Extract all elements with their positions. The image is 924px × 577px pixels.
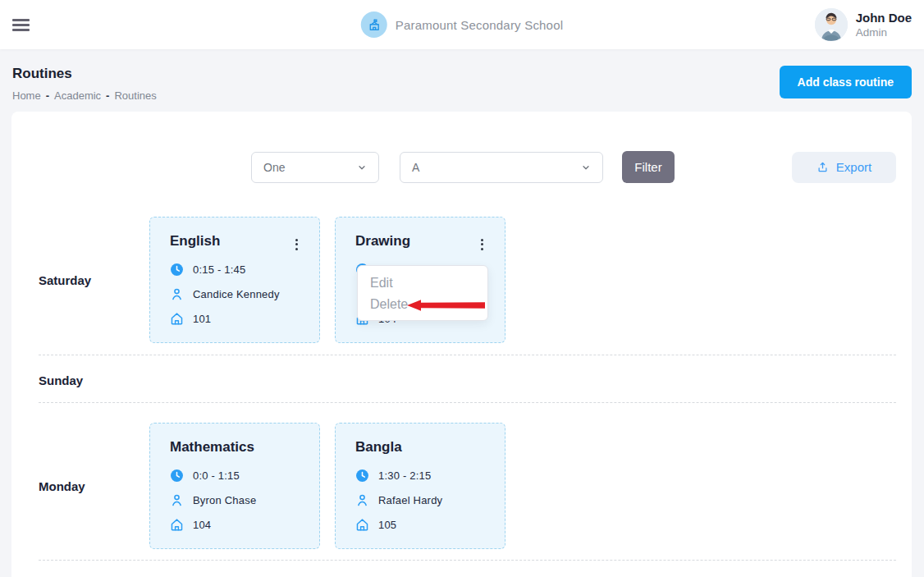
class-room-row: 105 <box>355 518 487 532</box>
person-icon <box>355 493 369 507</box>
section-select-value: A <box>412 161 419 174</box>
red-arrow-annotation <box>407 299 485 312</box>
class-select[interactable]: One <box>251 152 379 183</box>
day-row: Saturday English 0:15 - 1:45 Candice Ken… <box>39 183 896 355</box>
breadcrumb-separator: - <box>106 89 109 102</box>
class-room-row: 104 <box>170 518 301 532</box>
clock-icon <box>355 469 369 483</box>
class-subject: Drawing <box>355 233 410 250</box>
day-label: Saturday <box>39 273 149 287</box>
breadcrumb-home[interactable]: Home <box>12 89 41 102</box>
user-role: Admin <box>856 25 912 39</box>
breadcrumb-routines: Routines <box>114 89 156 102</box>
user-menu[interactable]: John Doe Admin <box>815 8 912 41</box>
day-label: Sunday <box>39 373 149 387</box>
breadcrumb: Home-Academic-Routines <box>12 89 157 102</box>
class-card: Drawing 104 Edit Delete <box>335 217 505 343</box>
class-card: Mathematics 0:0 - 1:15 Byron Chase 104 <box>149 423 320 549</box>
class-subject: Bangla <box>355 439 402 456</box>
day-label: Monday <box>39 479 149 493</box>
school-logo-icon <box>361 11 387 38</box>
class-time: 1:30 - 2:15 <box>378 469 431 482</box>
class-time-row: 1:30 - 2:15 <box>355 469 487 483</box>
clock-icon <box>170 469 184 483</box>
class-room: 105 <box>378 519 396 531</box>
class-subject: English <box>170 233 220 250</box>
class-room: 101 <box>193 313 211 325</box>
user-avatar[interactable] <box>815 8 848 41</box>
chevron-down-icon <box>357 163 367 172</box>
add-class-routine-button[interactable]: Add class routine <box>780 66 912 98</box>
routine-table: Saturday English 0:15 - 1:45 Candice Ken… <box>27 183 896 561</box>
clock-icon <box>170 263 184 277</box>
school-name: Paramount Secondary School <box>396 18 564 32</box>
class-room-row: 101 <box>170 312 301 326</box>
breadcrumb-academic[interactable]: Academic <box>54 89 101 102</box>
filter-row: One A Filter Export <box>27 151 896 183</box>
kebab-menu-icon[interactable] <box>478 236 487 252</box>
class-room: 104 <box>193 519 211 531</box>
content-card: One A Filter Export Saturday English <box>11 112 912 577</box>
export-icon <box>817 161 829 173</box>
home-icon <box>355 518 369 532</box>
kebab-menu-icon[interactable] <box>292 236 301 252</box>
class-teacher: Rafael Hardy <box>378 494 442 506</box>
context-menu: Edit Delete <box>357 265 488 321</box>
person-icon <box>170 287 184 301</box>
user-name: John Doe <box>856 10 912 25</box>
class-time-row: 0:15 - 1:45 <box>170 263 301 277</box>
day-row: Sunday <box>39 355 896 403</box>
class-card: English 0:15 - 1:45 Candice Kennedy 101 <box>149 217 320 343</box>
class-teacher-row: Candice Kennedy <box>170 287 301 301</box>
app-header: Paramount Secondary School John Doe Admi… <box>0 0 924 49</box>
person-icon <box>170 493 184 507</box>
breadcrumb-separator: - <box>46 89 49 102</box>
class-teacher-row: Rafael Hardy <box>355 493 487 507</box>
class-select-value: One <box>263 161 285 174</box>
class-teacher-row: Byron Chase <box>170 493 301 507</box>
class-time: 0:0 - 1:15 <box>193 469 240 482</box>
page-head: Routines Home-Academic-Routines Add clas… <box>0 49 924 102</box>
export-label: Export <box>836 160 871 174</box>
chevron-down-icon <box>581 163 591 172</box>
class-teacher: Byron Chase <box>193 494 256 506</box>
section-select[interactable]: A <box>400 152 603 183</box>
home-icon <box>170 312 184 326</box>
home-icon <box>170 518 184 532</box>
hamburger-menu-icon[interactable] <box>12 16 30 34</box>
brand: Paramount Secondary School <box>361 11 564 38</box>
menu-item-edit[interactable]: Edit <box>370 272 487 294</box>
export-button[interactable]: Export <box>792 152 896 183</box>
class-card: Bangla 1:30 - 2:15 Rafael Hardy 105 <box>335 423 505 549</box>
day-cards: English 0:15 - 1:45 Candice Kennedy 101 … <box>149 217 505 343</box>
class-time-row: 0:0 - 1:15 <box>170 469 301 483</box>
filter-button[interactable]: Filter <box>622 151 675 183</box>
page-title: Routines <box>12 66 157 82</box>
class-time: 0:15 - 1:45 <box>193 263 245 276</box>
class-teacher: Candice Kennedy <box>193 288 280 300</box>
class-subject: Mathematics <box>170 439 254 456</box>
day-row: Monday Mathematics 0:0 - 1:15 Byron Chas… <box>39 403 896 561</box>
day-cards: Mathematics 0:0 - 1:15 Byron Chase 104 B… <box>149 423 505 549</box>
